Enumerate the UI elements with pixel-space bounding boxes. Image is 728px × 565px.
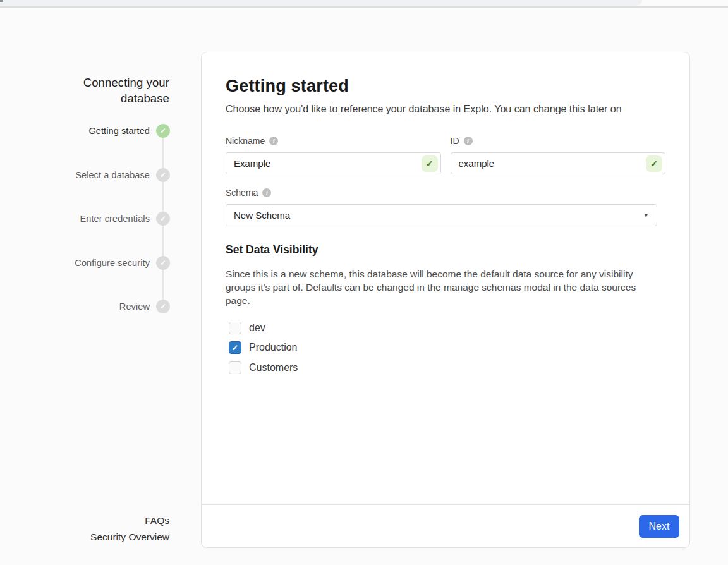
- step-label: Review: [119, 301, 150, 312]
- checkbox-label: Customers: [249, 362, 298, 374]
- checkbox-label: dev: [249, 322, 265, 334]
- nickname-input[interactable]: [226, 158, 440, 169]
- step-label: Select a database: [75, 170, 150, 180]
- step-enter-credentials[interactable]: Enter credentials ✓: [0, 212, 170, 226]
- nickname-input-wrap: ✓: [226, 152, 441, 174]
- step-select-a-database[interactable]: Select a database ✓: [0, 168, 170, 182]
- step-review[interactable]: Review ✓: [0, 300, 170, 313]
- valid-check-icon: ✓: [422, 155, 438, 172]
- checkbox-row-dev[interactable]: dev: [229, 321, 665, 334]
- schema-field-group: Schema i New Schema ▾: [226, 188, 665, 226]
- wizard-sidebar: Connecting your database Getting started…: [0, 0, 170, 565]
- info-icon[interactable]: i: [464, 137, 473, 145]
- name-id-grid: Nickname i ✓ ID i ✓: [226, 136, 665, 174]
- wizard-card-footer: Next: [202, 504, 689, 547]
- step-getting-started[interactable]: Getting started ✓: [0, 124, 170, 138]
- visibility-group-list: dev ✓ Production Customers: [229, 321, 665, 374]
- id-field-group: ID i ✓: [451, 136, 666, 174]
- schema-select-value: New Schema: [234, 210, 290, 221]
- wizard-card: Getting started Choose how you'd like to…: [201, 52, 690, 548]
- page-subtitle: Choose how you'd like to reference your …: [226, 104, 665, 115]
- nickname-field-group: Nickname i ✓: [226, 136, 441, 174]
- schema-label: Schema i: [226, 188, 665, 198]
- step-configure-security[interactable]: Configure security ✓: [0, 256, 170, 270]
- checkbox-label: Production: [249, 342, 298, 353]
- step-check-icon: ✓: [156, 212, 170, 226]
- info-icon[interactable]: i: [269, 137, 278, 145]
- chevron-down-icon: ▾: [644, 211, 648, 219]
- next-button[interactable]: Next: [639, 515, 679, 538]
- valid-check-icon: ✓: [646, 155, 662, 172]
- id-label-text: ID: [451, 136, 459, 146]
- id-input-wrap: ✓: [451, 152, 666, 174]
- id-label: ID i: [451, 136, 666, 146]
- security-overview-link[interactable]: Security Overview: [90, 529, 169, 545]
- step-check-icon: ✓: [156, 300, 170, 313]
- page-title: Getting started: [226, 76, 665, 96]
- wizard-card-body: Getting started Choose how you'd like to…: [202, 52, 689, 504]
- checkbox-checked-icon[interactable]: ✓: [229, 341, 241, 354]
- step-check-icon: ✓: [156, 168, 170, 182]
- schema-select[interactable]: New Schema ▾: [226, 204, 657, 226]
- step-check-icon: ✓: [156, 124, 170, 138]
- step-label: Configure security: [75, 258, 150, 268]
- schema-label-text: Schema: [226, 188, 258, 198]
- nickname-label: Nickname i: [226, 136, 441, 146]
- step-check-icon: ✓: [156, 256, 170, 270]
- wizard-stepper: Getting started ✓ Select a database ✓ En…: [0, 124, 170, 344]
- step-label: Getting started: [88, 126, 150, 136]
- faqs-link[interactable]: FAQs: [90, 513, 169, 529]
- checkbox-row-customers[interactable]: Customers: [229, 361, 665, 374]
- step-label: Enter credentials: [80, 214, 150, 224]
- nickname-label-text: Nickname: [226, 136, 265, 146]
- visibility-description: Since this is a new schema, this databas…: [226, 267, 663, 307]
- checkbox-unchecked[interactable]: [229, 361, 241, 374]
- sidebar-links: FAQs Security Overview: [90, 513, 169, 545]
- info-icon[interactable]: i: [262, 188, 271, 197]
- wizard-title: Connecting your database: [43, 75, 169, 106]
- checkbox-unchecked[interactable]: [229, 322, 241, 334]
- checkbox-row-production[interactable]: ✓ Production: [229, 341, 665, 355]
- visibility-heading: Set Data Visibility: [226, 243, 665, 257]
- id-input[interactable]: [451, 158, 665, 169]
